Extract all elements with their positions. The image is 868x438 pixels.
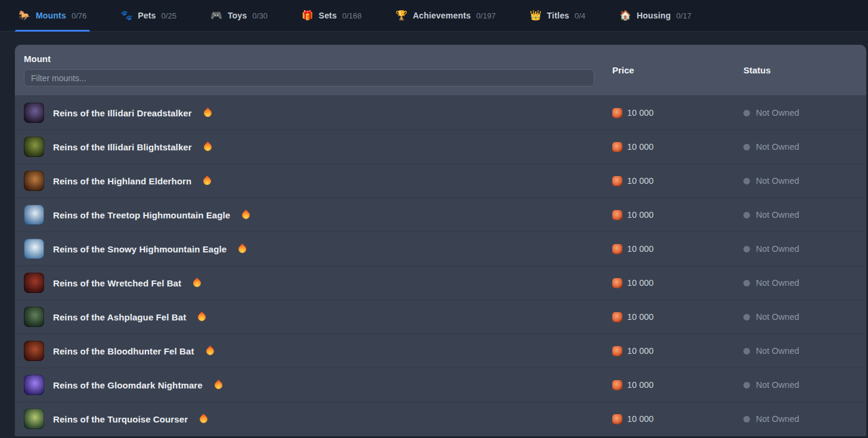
status-dot-icon bbox=[743, 348, 750, 354]
flame-icon bbox=[197, 311, 207, 322]
status-dot-icon bbox=[743, 178, 750, 184]
mount-cell: Reins of the Turquoise Courser bbox=[15, 409, 612, 429]
mount-name: Reins of the Snowy Highmountain Eagle bbox=[53, 244, 227, 254]
status-cell: Not Owned bbox=[743, 278, 866, 288]
bronze-coin-icon bbox=[612, 312, 622, 322]
mount-name: Reins of the Highland Elderhorn bbox=[53, 176, 191, 186]
price-cell: 10 000 bbox=[612, 380, 743, 390]
price-cell: 10 000 bbox=[612, 108, 743, 118]
tab-label: Toys bbox=[228, 11, 247, 20]
table-row[interactable]: Reins of the Highland Elderhorn 10 000 N… bbox=[15, 164, 866, 198]
flame-icon bbox=[202, 141, 213, 152]
mount-thumbnail-icon bbox=[24, 171, 44, 191]
table-row[interactable]: Reins of the Gloomdark Nightmare 10 000 … bbox=[15, 368, 866, 402]
tab-label: Titles bbox=[547, 11, 569, 20]
mount-column-header: Mount bbox=[15, 54, 612, 87]
status-dot-icon bbox=[743, 246, 750, 252]
price-value: 10 000 bbox=[627, 176, 653, 186]
tab-label: Housing bbox=[637, 11, 671, 20]
status-dot-icon bbox=[743, 212, 750, 218]
price-cell: 10 000 bbox=[612, 414, 743, 424]
status-column-title: Status bbox=[743, 65, 866, 75]
price-column-title: Price bbox=[612, 65, 743, 75]
mount-cell: Reins of the Illidari Dreadstalker bbox=[15, 103, 612, 123]
table-row[interactable]: Reins of the Ashplague Fel Bat 10 000 No… bbox=[15, 300, 866, 334]
mount-thumbnail-icon bbox=[24, 205, 44, 225]
status-label: Not Owned bbox=[756, 346, 799, 356]
status-label: Not Owned bbox=[756, 244, 799, 254]
sets-icon: 🎁 bbox=[302, 11, 314, 20]
price-value: 10 000 bbox=[627, 210, 653, 220]
mount-cell: Reins of the Treetop Highmountain Eagle bbox=[15, 205, 612, 225]
status-cell: Not Owned bbox=[743, 380, 866, 390]
table-row[interactable]: Reins of the Bloodhunter Fel Bat 10 000 … bbox=[15, 334, 866, 368]
achievements-icon: 🏆 bbox=[396, 11, 408, 20]
tab-housing[interactable]: 🏠 Housing 0/17 bbox=[616, 0, 695, 31]
table-row[interactable]: Reins of the Snowy Highmountain Eagle 10… bbox=[15, 232, 866, 266]
price-cell: 10 000 bbox=[612, 210, 743, 220]
mount-cell: Reins of the Ashplague Fel Bat bbox=[15, 307, 612, 327]
price-cell: 10 000 bbox=[612, 142, 743, 152]
status-dot-icon bbox=[743, 314, 750, 320]
tab-count: 0/30 bbox=[252, 11, 267, 20]
mount-thumbnail-icon bbox=[24, 137, 44, 157]
tab-count: 0/17 bbox=[676, 11, 691, 20]
table-row[interactable]: Reins of the Turquoise Courser 10 000 No… bbox=[15, 402, 866, 436]
price-cell: 10 000 bbox=[612, 312, 743, 322]
flame-icon bbox=[237, 243, 248, 254]
price-value: 10 000 bbox=[627, 244, 653, 254]
tab-count: 0/76 bbox=[72, 11, 86, 20]
status-dot-icon bbox=[743, 110, 750, 116]
flame-icon bbox=[241, 209, 252, 220]
mount-thumbnail-icon bbox=[24, 341, 44, 361]
toys-icon: 🎮 bbox=[210, 11, 222, 20]
bronze-coin-icon bbox=[612, 176, 622, 186]
table-row[interactable]: Reins of the Treetop Highmountain Eagle … bbox=[15, 198, 866, 232]
bronze-coin-icon bbox=[612, 244, 622, 254]
mount-name: Reins of the Wretched Fel Bat bbox=[53, 278, 181, 288]
price-value: 10 000 bbox=[627, 108, 653, 118]
tab-count: 0/25 bbox=[162, 11, 176, 20]
mount-name: Reins of the Ashplague Fel Bat bbox=[53, 312, 186, 322]
status-label: Not Owned bbox=[756, 278, 799, 288]
table-row[interactable]: Reins of the Wretched Fel Bat 10 000 Not… bbox=[15, 266, 866, 300]
mount-thumbnail-icon bbox=[24, 375, 44, 395]
tab-pets[interactable]: 🐾 Pets 0/25 bbox=[117, 0, 180, 31]
status-cell: Not Owned bbox=[743, 346, 866, 356]
tab-toys[interactable]: 🎮 Toys 0/30 bbox=[207, 0, 271, 31]
status-dot-icon bbox=[743, 416, 750, 422]
status-dot-icon bbox=[743, 382, 750, 388]
mounts-icon: 🐎 bbox=[18, 11, 30, 20]
bronze-coin-icon bbox=[612, 142, 622, 152]
filter-mounts-input[interactable] bbox=[24, 69, 594, 87]
housing-icon: 🏠 bbox=[619, 11, 631, 20]
status-cell: Not Owned bbox=[743, 414, 866, 424]
mount-name: Reins of the Bloodhunter Fel Bat bbox=[53, 346, 194, 356]
titles-icon: 👑 bbox=[529, 11, 541, 20]
mount-cell: Reins of the Bloodhunter Fel Bat bbox=[15, 341, 612, 361]
status-label: Not Owned bbox=[756, 142, 799, 152]
tab-titles[interactable]: 👑 Titles 0/4 bbox=[526, 0, 589, 31]
price-value: 10 000 bbox=[627, 312, 653, 322]
mount-name: Reins of the Gloomdark Nightmare bbox=[53, 380, 203, 390]
status-label: Not Owned bbox=[756, 380, 799, 390]
status-label: Not Owned bbox=[756, 210, 799, 220]
tab-mounts[interactable]: 🐎 Mounts 0/76 bbox=[15, 0, 90, 31]
bronze-coin-icon bbox=[612, 414, 622, 424]
mounts-table: Mount Price Status Reins of the Illidari… bbox=[15, 45, 866, 436]
status-cell: Not Owned bbox=[743, 210, 866, 220]
tab-sets[interactable]: 🎁 Sets 0/168 bbox=[298, 0, 365, 31]
price-cell: 10 000 bbox=[612, 176, 743, 186]
price-value: 10 000 bbox=[627, 380, 653, 390]
tab-bar: 🐎 Mounts 0/76 🐾 Pets 0/25 🎮 Toys 0/30 🎁 … bbox=[0, 0, 868, 32]
table-row[interactable]: Reins of the Illidari Blightstalker 10 0… bbox=[15, 129, 866, 164]
flame-icon bbox=[204, 346, 215, 356]
price-value: 10 000 bbox=[627, 142, 653, 152]
tab-label: Pets bbox=[138, 11, 156, 20]
tab-achievements[interactable]: 🏆 Achievements 0/197 bbox=[392, 0, 500, 31]
price-value: 10 000 bbox=[627, 346, 653, 356]
flame-icon bbox=[202, 175, 213, 186]
bronze-coin-icon bbox=[612, 210, 622, 220]
table-row[interactable]: Reins of the Illidari Dreadstalker 10 00… bbox=[15, 95, 866, 129]
mount-thumbnail-icon bbox=[24, 273, 44, 293]
